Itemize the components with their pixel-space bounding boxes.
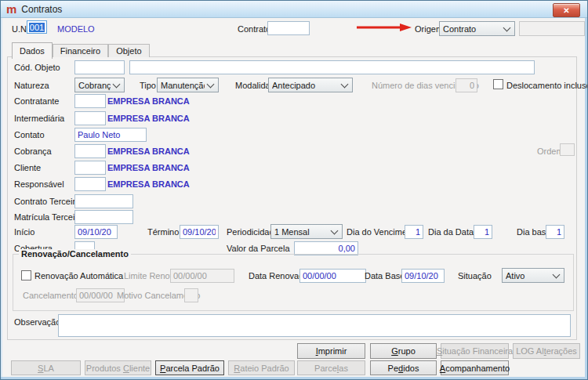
motivo-cancelamento-input bbox=[184, 288, 198, 302]
contrato-terceiro-input[interactable] bbox=[74, 194, 133, 208]
origem-value: Contrato bbox=[443, 24, 501, 34]
dia-data-input[interactable] bbox=[474, 225, 492, 239]
contratos-window: m Contratos ✕ U.N. 001 MODELO Contrato O… bbox=[0, 0, 588, 380]
dados-tab-panel: Cód. Objeto Natureza Cobrança Tipo Manut… bbox=[7, 56, 577, 340]
un-description: MODELO bbox=[57, 24, 95, 34]
tab-dados[interactable]: Dados bbox=[12, 42, 53, 59]
matricula-terceiro-input[interactable] bbox=[74, 210, 133, 224]
ordem-input bbox=[560, 143, 575, 156]
acompanhamento-button[interactable]: Acompanhamento bbox=[441, 360, 509, 375]
chevron-down-icon bbox=[113, 80, 121, 88]
cliente-input[interactable] bbox=[74, 161, 106, 175]
intermediaria-display: EMPRESA BRANCA bbox=[107, 114, 190, 123]
sla-button: SLA bbox=[11, 360, 81, 375]
deslocamento-incluso-label: Deslocamento incluso bbox=[506, 81, 588, 90]
contrato-terceiro-label: Contrato Terceiro bbox=[14, 197, 80, 206]
contratante-display: EMPRESA BRANCA bbox=[107, 96, 190, 106]
periodicidade-select[interactable]: 1 Mensal bbox=[270, 224, 343, 239]
cancelamento-label: Cancelamento bbox=[23, 291, 78, 300]
cliente-label: Cliente bbox=[14, 163, 41, 172]
rateio-padrao-button: Rateio Padrão bbox=[228, 360, 295, 375]
parcelas-button: Parcelas bbox=[297, 360, 365, 375]
responsavel-input[interactable] bbox=[74, 177, 106, 191]
cobranca-input[interactable] bbox=[74, 144, 106, 158]
cod-objeto-desc-input[interactable] bbox=[129, 60, 535, 74]
cod-objeto-label: Cód. Objeto bbox=[14, 63, 60, 72]
tab-financeiro[interactable]: Financeiro bbox=[53, 44, 108, 57]
chevron-down-icon bbox=[341, 80, 349, 88]
intermediaria-label: Intermediária bbox=[14, 114, 64, 123]
parcela-padrao-button[interactable]: Parcela Padrão bbox=[155, 360, 224, 375]
natureza-select[interactable]: Cobrança bbox=[74, 78, 125, 92]
close-icon: ✕ bbox=[563, 6, 569, 15]
origem-aux-input bbox=[519, 21, 585, 36]
renovacao-cancelamento-title: Renovação/Cancelamento bbox=[19, 249, 131, 259]
close-button[interactable]: ✕ bbox=[553, 3, 580, 17]
contratante-label: Contratante bbox=[14, 96, 59, 106]
valor-parcela-label: Valor da Parcela bbox=[227, 244, 290, 253]
cobranca-display: EMPRESA BRANCA bbox=[107, 147, 190, 156]
dia-vencimento-input[interactable] bbox=[405, 225, 423, 239]
cobranca-label: Cobrança bbox=[14, 147, 52, 156]
tipo-select[interactable]: Manutenção bbox=[157, 78, 219, 92]
responsavel-label: Responsável bbox=[14, 179, 64, 189]
red-arrow-annotation bbox=[356, 24, 412, 31]
observacao-label: Observação bbox=[14, 317, 60, 327]
deslocamento-incluso-checkbox[interactable] bbox=[493, 79, 503, 89]
produtos-cliente-button: Produtos Cliente bbox=[85, 360, 151, 375]
cliente-display: EMPRESA BRANCA bbox=[107, 163, 190, 172]
responsavel-display: EMPRESA BRANCA bbox=[107, 179, 190, 189]
limite-renovacao-input bbox=[170, 269, 234, 283]
chevron-down-icon bbox=[503, 24, 511, 31]
natureza-label: Natureza bbox=[14, 81, 49, 90]
dia-data-label: Dia da Data bbox=[428, 227, 474, 237]
app-icon: m bbox=[6, 4, 16, 14]
intermediaria-input[interactable] bbox=[74, 111, 106, 125]
contrato-input[interactable] bbox=[267, 21, 310, 35]
contato-input[interactable] bbox=[74, 128, 147, 142]
imprimir-button[interactable]: Imprimir bbox=[297, 343, 365, 359]
data-renovacao-input[interactable] bbox=[299, 269, 366, 283]
cod-objeto-input[interactable] bbox=[74, 60, 125, 74]
pedidos-button[interactable]: Pedidos bbox=[370, 360, 437, 375]
un-input[interactable]: 001 bbox=[27, 20, 47, 34]
inicio-label: Início bbox=[14, 227, 34, 237]
observacao-input[interactable] bbox=[58, 314, 571, 337]
dia-base-input[interactable] bbox=[546, 225, 564, 239]
renovacao-cancelamento-group bbox=[13, 254, 574, 311]
tipo-label: Tipo bbox=[140, 81, 156, 90]
titlebar: m Contratos bbox=[1, 1, 587, 18]
dias-vencimento-input bbox=[456, 78, 477, 92]
data-base-label: Data Base bbox=[365, 271, 405, 280]
inicio-input[interactable] bbox=[74, 225, 118, 239]
situacao-label: Situação bbox=[458, 271, 492, 280]
grupo-button[interactable]: Grupo bbox=[370, 343, 437, 359]
tab-strip: Dados Financeiro Objeto bbox=[12, 42, 150, 59]
renovacao-automatica-label: Renovação Automática bbox=[34, 271, 123, 280]
contratante-input[interactable] bbox=[74, 94, 106, 108]
chevron-down-icon bbox=[331, 226, 339, 234]
un-value: 001 bbox=[29, 23, 45, 32]
renovacao-automatica-checkbox[interactable] bbox=[21, 270, 31, 280]
situacao-select[interactable]: Ativo bbox=[502, 268, 564, 283]
termino-label: Término bbox=[147, 227, 179, 237]
log-alteracoes-button: LOG Alterações bbox=[513, 343, 580, 359]
chevron-down-icon bbox=[207, 80, 215, 88]
contrato-label: Contrato bbox=[238, 24, 270, 34]
matricula-terceiro-label: Matrícula Terceiro bbox=[14, 212, 82, 222]
origem-select[interactable]: Contrato bbox=[439, 21, 515, 36]
contato-label: Contato bbox=[14, 130, 45, 139]
window-title: Contratos bbox=[21, 4, 62, 15]
situacao-financeira-button: Situação Financeira bbox=[441, 343, 509, 359]
tab-objeto[interactable]: Objeto bbox=[108, 44, 149, 57]
data-base-input[interactable] bbox=[401, 269, 445, 283]
chevron-down-icon bbox=[553, 270, 561, 278]
termino-input[interactable] bbox=[180, 225, 219, 239]
modalidade-select[interactable]: Antecipado bbox=[268, 78, 353, 92]
